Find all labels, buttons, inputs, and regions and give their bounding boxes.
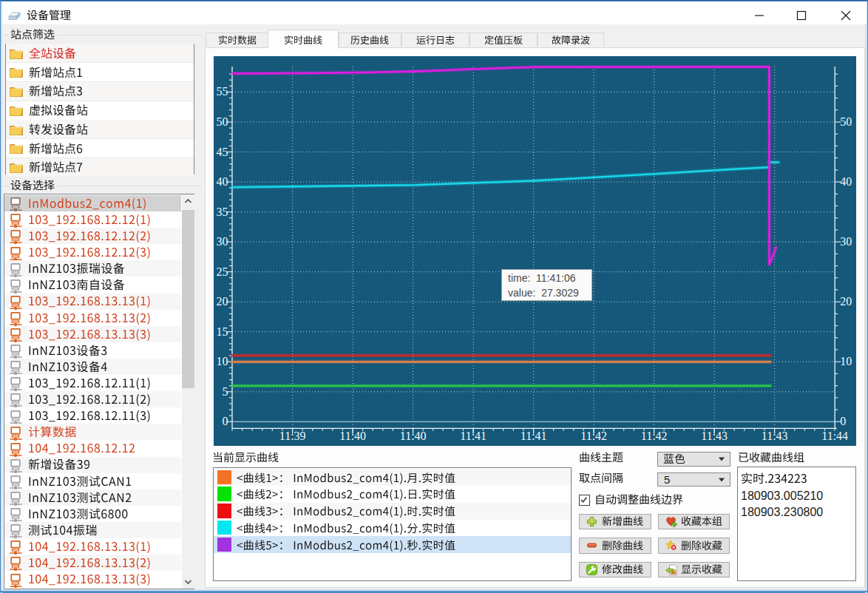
svg-text:5: 5 bbox=[223, 385, 228, 398]
svg-text:11:42: 11:42 bbox=[641, 430, 668, 442]
svg-text:10: 10 bbox=[840, 355, 852, 367]
svg-text:11:40: 11:40 bbox=[339, 430, 366, 442]
svg-text:30: 30 bbox=[840, 235, 852, 248]
svg-text:40: 40 bbox=[840, 175, 852, 188]
svg-text:30: 30 bbox=[217, 235, 228, 248]
svg-text:11:44: 11:44 bbox=[821, 430, 848, 442]
svg-text:11:41: 11:41 bbox=[521, 430, 547, 442]
svg-text:11:41: 11:41 bbox=[460, 430, 486, 442]
svg-text:20: 20 bbox=[217, 295, 228, 308]
svg-text:45: 45 bbox=[217, 146, 228, 158]
svg-text:35: 35 bbox=[217, 206, 228, 218]
svg-text:0: 0 bbox=[840, 415, 846, 427]
svg-text:11:40: 11:40 bbox=[400, 430, 427, 442]
svg-text:0: 0 bbox=[223, 415, 228, 427]
svg-text:11:39: 11:39 bbox=[279, 430, 306, 442]
svg-text:10: 10 bbox=[217, 355, 228, 367]
svg-text:25: 25 bbox=[217, 265, 228, 278]
svg-text:55: 55 bbox=[217, 85, 228, 98]
svg-text:50: 50 bbox=[840, 115, 852, 128]
svg-text:20: 20 bbox=[840, 295, 852, 308]
svg-text:40: 40 bbox=[217, 175, 228, 188]
svg-text:15: 15 bbox=[217, 325, 228, 338]
svg-text:11:43: 11:43 bbox=[762, 430, 788, 442]
svg-text:11:43: 11:43 bbox=[701, 430, 728, 442]
svg-text:50: 50 bbox=[217, 115, 228, 128]
svg-text:11:42: 11:42 bbox=[580, 430, 607, 442]
